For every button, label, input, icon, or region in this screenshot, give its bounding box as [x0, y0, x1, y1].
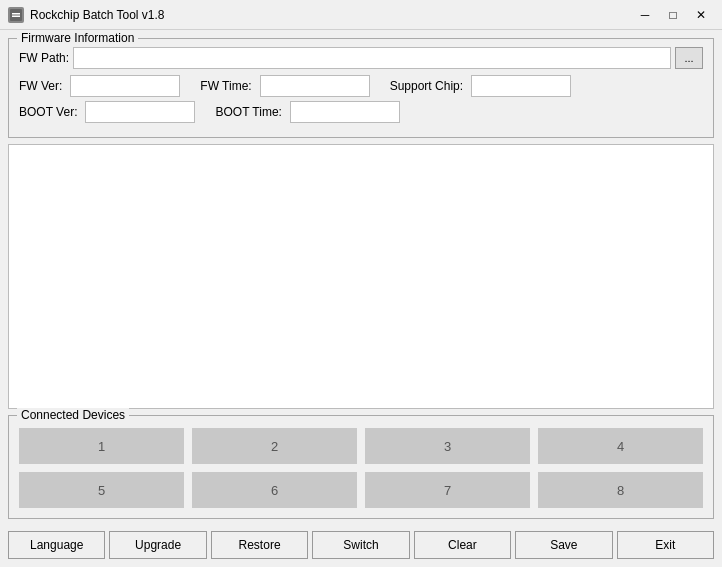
fw-path-row: FW Path: ...: [19, 47, 703, 69]
boot-ver-input[interactable]: [85, 101, 195, 123]
device-button-6[interactable]: 6: [192, 472, 357, 508]
language-button[interactable]: Language: [8, 531, 105, 559]
device-button-7[interactable]: 7: [365, 472, 530, 508]
browse-button[interactable]: ...: [675, 47, 703, 69]
device-button-5[interactable]: 5: [19, 472, 184, 508]
restore-button[interactable]: Restore: [211, 531, 308, 559]
fw-path-input[interactable]: [73, 47, 671, 69]
svg-rect-2: [12, 15, 20, 17]
device-button-2[interactable]: 2: [192, 428, 357, 464]
fw-ver-input[interactable]: [70, 75, 180, 97]
device-button-4[interactable]: 4: [538, 428, 703, 464]
svg-rect-0: [10, 9, 22, 21]
upgrade-button[interactable]: Upgrade: [109, 531, 206, 559]
fw-time-input[interactable]: [260, 75, 370, 97]
device-grid: 1 2 3 4 5 6 7 8: [19, 428, 703, 508]
svg-rect-1: [12, 13, 20, 15]
switch-button[interactable]: Switch: [312, 531, 409, 559]
fw-ver-label: FW Ver:: [19, 79, 62, 93]
minimize-button[interactable]: ─: [632, 5, 658, 25]
firmware-group: Firmware Information FW Path: ... FW Ver…: [8, 38, 714, 138]
save-button[interactable]: Save: [515, 531, 612, 559]
main-content: Firmware Information FW Path: ... FW Ver…: [0, 30, 722, 527]
boot-time-label: BOOT Time:: [215, 105, 281, 119]
fw-time-label: FW Time:: [200, 79, 251, 93]
fw-path-label: FW Path:: [19, 51, 69, 65]
boot-ver-row: BOOT Ver: BOOT Time:: [19, 101, 703, 123]
app-title: Rockchip Batch Tool v1.8: [30, 8, 632, 22]
app-icon: [8, 7, 24, 23]
devices-group-title: Connected Devices: [17, 408, 129, 422]
device-button-1[interactable]: 1: [19, 428, 184, 464]
device-button-3[interactable]: 3: [365, 428, 530, 464]
support-chip-label: Support Chip:: [390, 79, 463, 93]
window-controls: ─ □ ✕: [632, 5, 714, 25]
maximize-button[interactable]: □: [660, 5, 686, 25]
fw-ver-row: FW Ver: FW Time: Support Chip:: [19, 75, 703, 97]
boot-ver-label: BOOT Ver:: [19, 105, 77, 119]
title-bar: Rockchip Batch Tool v1.8 ─ □ ✕: [0, 0, 722, 30]
exit-button[interactable]: Exit: [617, 531, 714, 559]
log-area: [8, 144, 714, 409]
devices-group: Connected Devices 1 2 3 4 5 6 7 8: [8, 415, 714, 519]
boot-time-input[interactable]: [290, 101, 400, 123]
bottom-bar: Language Upgrade Restore Switch Clear Sa…: [0, 527, 722, 567]
support-chip-input[interactable]: [471, 75, 571, 97]
firmware-group-title: Firmware Information: [17, 31, 138, 45]
device-button-8[interactable]: 8: [538, 472, 703, 508]
clear-button[interactable]: Clear: [414, 531, 511, 559]
close-button[interactable]: ✕: [688, 5, 714, 25]
